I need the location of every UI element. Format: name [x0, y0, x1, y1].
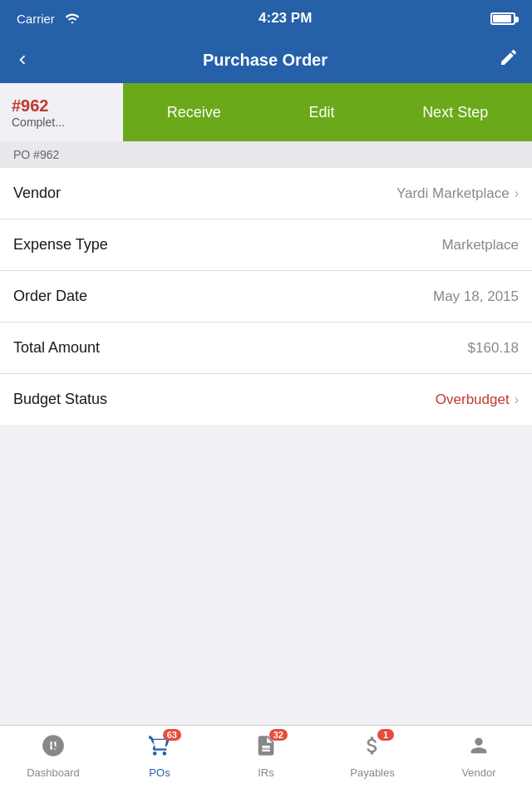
action-buttons: Receive Edit Next Step [123, 83, 532, 141]
vendor-icon-wrap [467, 734, 490, 763]
dashboard-icon [42, 734, 65, 763]
nav-bar: Purchase Order [0, 37, 532, 83]
status-bar: Carrier 4:23 PM [0, 0, 532, 37]
vendor-icon [467, 734, 490, 763]
po-number: #962 [12, 96, 111, 116]
detail-label: Vendor [13, 185, 61, 202]
tab-bar: Dashboard63POs32IRs1PayablesVendor [0, 725, 532, 798]
detail-value: $160.18 [468, 340, 519, 357]
section-header: PO #962 [0, 141, 532, 168]
dashboard-label: Dashboard [27, 766, 80, 779]
detail-label: Order Date [13, 288, 87, 305]
dashboard-icon-wrap [42, 734, 65, 763]
detail-value: Yardi Marketplace› [397, 185, 519, 202]
irs-badge: 32 [269, 729, 288, 741]
detail-value: Overbudget› [436, 392, 519, 408]
receive-button[interactable]: Receive [157, 96, 231, 130]
carrier-label: Carrier [17, 12, 80, 26]
pos-label: POs [149, 766, 170, 779]
edit-button[interactable] [499, 47, 519, 72]
pos-icon-wrap: 63 [148, 734, 171, 763]
detail-label: Budget Status [13, 391, 107, 408]
detail-label: Total Amount [13, 339, 100, 357]
svg-point-1 [52, 744, 55, 747]
irs-label: IRs [258, 766, 274, 779]
payables-label: Payables [350, 766, 394, 779]
detail-value: May 18, 2015 [433, 288, 519, 305]
vendor-label: Vendor [461, 766, 495, 779]
detail-row[interactable]: VendorYardi Marketplace› [0, 168, 532, 219]
next-step-button[interactable]: Next Step [412, 96, 498, 130]
svg-rect-3 [262, 751, 269, 751]
payables-badge: 1 [377, 729, 394, 741]
tab-item-dashboard[interactable]: Dashboard [0, 734, 106, 779]
irs-icon-wrap: 32 [254, 734, 278, 763]
time-label: 4:23 PM [259, 10, 312, 27]
chevron-icon: › [515, 186, 519, 201]
detail-row[interactable]: Budget StatusOverbudget› [0, 374, 532, 425]
detail-list: VendorYardi Marketplace›Expense TypeMark… [0, 168, 532, 425]
action-bar: #962 Complet... Receive Edit Next Step [0, 83, 532, 141]
detail-row: Expense TypeMarketplace [0, 219, 532, 271]
battery-icon [490, 12, 515, 25]
tab-item-payables[interactable]: 1Payables [319, 734, 426, 779]
chevron-icon: › [515, 392, 519, 407]
back-button[interactable] [13, 51, 32, 69]
po-badge: #962 Complet... [0, 83, 123, 141]
detail-row: Order DateMay 18, 2015 [0, 271, 532, 323]
tab-item-irs[interactable]: 32IRs [213, 734, 319, 779]
tab-item-vendor[interactable]: Vendor [426, 734, 532, 779]
detail-value: Marketplace [441, 237, 519, 254]
wifi-icon [65, 12, 80, 26]
page-title: Purchase Order [203, 51, 328, 70]
pos-badge: 63 [163, 729, 181, 741]
payables-icon-wrap: 1 [361, 734, 384, 763]
po-status: Complet... [12, 116, 111, 129]
svg-rect-2 [262, 747, 269, 748]
edit-action-button[interactable]: Edit [298, 96, 344, 130]
detail-label: Expense Type [13, 236, 108, 254]
detail-row: Total Amount$160.18 [0, 323, 532, 374]
tab-item-pos[interactable]: 63POs [106, 734, 213, 779]
